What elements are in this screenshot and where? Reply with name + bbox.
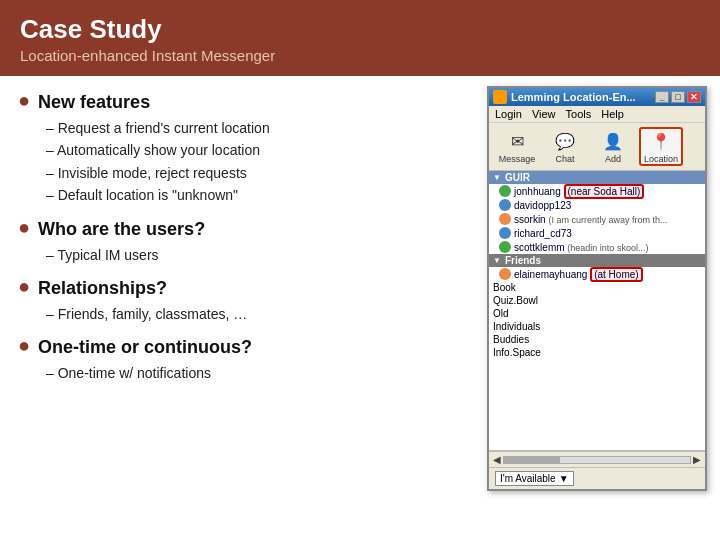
subgroup-quizbowl[interactable]: Quiz.Bowl xyxy=(489,294,705,307)
status-dropdown-icon: ▼ xyxy=(559,473,569,484)
scrollbar-area: ◀ ▶ xyxy=(489,451,705,467)
menu-login[interactable]: Login xyxy=(495,108,522,120)
bullet-one-time: ● One-time or continuous? – One-time w/ … xyxy=(18,337,462,384)
toolbar-add-label: Add xyxy=(605,154,621,164)
subgroup-old[interactable]: Old xyxy=(489,307,705,320)
im-window-controls: _ □ ✕ xyxy=(655,91,701,103)
avatar-davidopp xyxy=(499,199,511,211)
scroll-right-icon[interactable]: ▶ xyxy=(693,454,701,465)
toolbar-message-label: Message xyxy=(499,154,536,164)
menu-view[interactable]: View xyxy=(532,108,556,120)
im-window: Lemming Location-En... _ □ ✕ Login View … xyxy=(487,86,707,491)
contact-name-davidopp: davidopp123 xyxy=(514,200,571,211)
bullet-sub-3: – Friends, family, classmates, … xyxy=(46,303,462,325)
toolbar-location-button[interactable]: 📍 Location xyxy=(639,127,683,166)
bullet-sub-2: – Typical IM users xyxy=(46,244,462,266)
contact-name-richard: richard_cd73 xyxy=(514,228,572,239)
main-content: ● New features – Request a friend's curr… xyxy=(0,76,720,540)
contact-name-jonhhuang: jonhhuang (near Soda Hall) xyxy=(514,186,644,197)
contact-richard[interactable]: richard_cd73 xyxy=(489,226,705,240)
bullet-relationships: ● Relationships? – Friends, family, clas… xyxy=(18,278,462,325)
status-label: I'm Available xyxy=(500,473,556,484)
bullet-new-features: ● New features – Request a friend's curr… xyxy=(18,92,462,207)
sub-item: – Friends, family, classmates, … xyxy=(46,303,462,325)
scrollbar-thumb xyxy=(504,457,560,463)
avatar-elaine xyxy=(499,268,511,280)
restore-button[interactable]: □ xyxy=(671,91,685,103)
page-header: Case Study Location-enhanced Instant Mes… xyxy=(0,0,720,76)
bullet-sub-4: – One-time w/ notifications xyxy=(46,362,462,384)
friends-group-label: Friends xyxy=(505,255,541,266)
page-subtitle: Location-enhanced Instant Messenger xyxy=(20,47,700,64)
subgroup-buddies[interactable]: Buddies xyxy=(489,333,705,346)
im-menubar: Login View Tools Help xyxy=(489,106,705,123)
toolbar-chat-button[interactable]: 💬 Chat xyxy=(543,129,587,164)
left-column: ● New features – Request a friend's curr… xyxy=(0,76,480,540)
right-column: Lemming Location-En... _ □ ✕ Login View … xyxy=(480,76,720,540)
contact-ssorkin[interactable]: ssorkin (I am currently away from th... xyxy=(489,212,705,226)
bullet-dot-1: ● xyxy=(18,90,30,110)
im-app-icon xyxy=(493,90,507,104)
avatar-richard xyxy=(499,227,511,239)
subgroup-infospace[interactable]: Info.Space xyxy=(489,346,705,359)
contact-davidopp[interactable]: davidopp123 xyxy=(489,198,705,212)
im-titlebar: Lemming Location-En... _ □ ✕ xyxy=(489,88,705,106)
bullet-header-2: Who are the users? xyxy=(38,219,205,240)
friends-expand-icon: ▼ xyxy=(493,256,501,265)
jonhhuang-note: (near Soda Hall) xyxy=(564,184,645,199)
im-title: Lemming Location-En... xyxy=(511,91,636,103)
close-button[interactable]: ✕ xyxy=(687,91,701,103)
sub-item: – Request a friend's current location xyxy=(46,117,462,139)
contact-name-elaine: elainemayhuang (at Home) xyxy=(514,269,643,280)
contact-jonhhuang[interactable]: jonhhuang (near Soda Hall) xyxy=(489,184,705,198)
bullet-dot-3: ● xyxy=(18,276,30,296)
contact-scottklemm[interactable]: scottklemm (headin into skool...) xyxy=(489,240,705,254)
avatar-ssorkin xyxy=(499,213,511,225)
chat-icon: 💬 xyxy=(551,129,579,153)
minimize-button[interactable]: _ xyxy=(655,91,669,103)
contact-group-guir[interactable]: ▼ GUIR xyxy=(489,171,705,184)
page-title: Case Study xyxy=(20,14,700,45)
contact-group-friends[interactable]: ▼ Friends xyxy=(489,254,705,267)
sub-item: – Automatically show your location xyxy=(46,139,462,161)
guir-group-label: GUIR xyxy=(505,172,530,183)
jonhhuang-name: jonhhuang xyxy=(514,186,561,197)
bullet-dot-2: ● xyxy=(18,217,30,237)
scroll-left-icon[interactable]: ◀ xyxy=(493,454,501,465)
bullet-who-users: ● Who are the users? – Typical IM users xyxy=(18,219,462,266)
bullet-header-1: New features xyxy=(38,92,150,113)
bullet-sub-1: – Request a friend's current location – … xyxy=(46,117,462,207)
bullet-header-4: One-time or continuous? xyxy=(38,337,252,358)
guir-expand-icon: ▼ xyxy=(493,173,501,182)
sub-item: – Default location is "unknown" xyxy=(46,184,462,206)
toolbar-message-button[interactable]: ✉ Message xyxy=(495,129,539,164)
contact-name-scottklemm: scottklemm (headin into skool...) xyxy=(514,242,648,253)
im-contact-list: ▼ GUIR jonhhuang (near Soda Hall) davido… xyxy=(489,171,705,451)
contact-name-ssorkin: ssorkin (I am currently away from th... xyxy=(514,214,667,225)
status-dropdown[interactable]: I'm Available ▼ xyxy=(495,471,574,486)
im-statusbar: I'm Available ▼ xyxy=(489,467,705,489)
message-icon: ✉ xyxy=(503,129,531,153)
toolbar-location-label: Location xyxy=(644,154,678,164)
sub-item: – One-time w/ notifications xyxy=(46,362,462,384)
add-icon: 👤 xyxy=(599,129,627,153)
subgroup-individuals[interactable]: Individuals xyxy=(489,320,705,333)
bullet-header-3: Relationships? xyxy=(38,278,167,299)
avatar-scottklemm xyxy=(499,241,511,253)
im-titlebar-left: Lemming Location-En... xyxy=(493,90,636,104)
location-icon: 📍 xyxy=(647,129,675,153)
contact-elaine[interactable]: elainemayhuang (at Home) xyxy=(489,267,705,281)
toolbar-add-button[interactable]: 👤 Add xyxy=(591,129,635,164)
menu-tools[interactable]: Tools xyxy=(566,108,592,120)
toolbar-chat-label: Chat xyxy=(555,154,574,164)
elaine-note: (at Home) xyxy=(590,267,642,282)
bullet-dot-4: ● xyxy=(18,335,30,355)
avatar-jonhhuang xyxy=(499,185,511,197)
scrollbar-track[interactable] xyxy=(503,456,691,464)
sub-item: – Typical IM users xyxy=(46,244,462,266)
im-toolbar: ✉ Message 💬 Chat 👤 Add 📍 Location xyxy=(489,123,705,171)
sub-item: – Invisible mode, reject requests xyxy=(46,162,462,184)
menu-help[interactable]: Help xyxy=(601,108,624,120)
subgroup-book[interactable]: Book xyxy=(489,281,705,294)
